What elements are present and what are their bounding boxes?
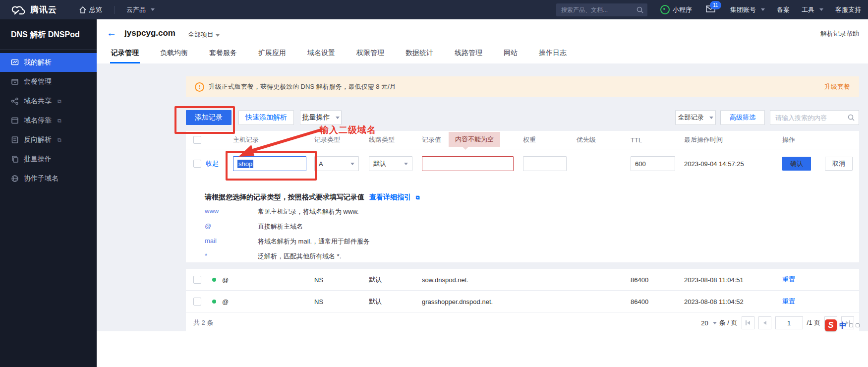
tab-permission-management[interactable]: 权限管理 <box>355 49 385 63</box>
line-value: 默认 <box>369 297 382 306</box>
chevron-down-icon <box>713 322 717 324</box>
host-value: @ <box>222 298 229 305</box>
tab-data-statistics[interactable]: 数据统计 <box>405 49 434 63</box>
global-search-input[interactable] <box>560 6 634 14</box>
brand-name: 腾讯云 <box>30 4 57 15</box>
tab-operation-log[interactable]: 操作日志 <box>538 49 568 63</box>
nav-messages[interactable]: 11 <box>706 5 715 14</box>
row-checkbox[interactable] <box>193 298 201 306</box>
divider <box>114 6 115 14</box>
sidebar: DNS 解析 DNSPod 我的解析 套餐管理 域名共享 ⧉ 域名停靠 ⧉ 反向… <box>0 19 97 367</box>
tab-plan-service[interactable]: 套餐服务 <box>208 49 238 63</box>
status-enabled-icon <box>212 278 216 282</box>
tencent-cloud-logo[interactable]: 腾讯云 <box>11 4 57 15</box>
sidebar-item-reverse-dns[interactable]: 反向解析 ⧉ <box>0 130 97 149</box>
sidebar-item-domain-parking[interactable]: 域名停靠 ⧉ <box>0 111 97 130</box>
nav-support[interactable]: 客服支持 <box>835 5 861 14</box>
tab-bar: 记录管理 负载均衡 套餐服务 扩展应用 域名设置 权限管理 数据统计 线路管理 … <box>110 49 568 63</box>
first-page-button[interactable] <box>742 316 754 329</box>
status-enabled-icon <box>212 300 216 304</box>
nav-miniprogram[interactable]: 小程序 <box>660 5 692 14</box>
time-value: 2023-08-08 11:04:51 <box>684 276 744 283</box>
nav-beian[interactable]: 备案 <box>777 5 790 14</box>
row-checkbox[interactable] <box>193 276 201 284</box>
help-desc: 将域名解析为 mail.，通常用于邮件服务 <box>258 237 370 246</box>
help-row-wildcard: * 泛解析，匹配其他所有域名 *. <box>205 252 859 261</box>
share-icon <box>11 97 19 105</box>
page-number-input[interactable] <box>775 316 803 329</box>
external-link-icon: ⧉ <box>58 98 61 105</box>
confirm-button[interactable]: 确认 <box>782 157 811 171</box>
sidebar-item-my-dns[interactable]: 我的解析 <box>0 53 97 72</box>
tab-extensions[interactable]: 扩展应用 <box>257 49 287 63</box>
sidebar-item-domain-sharing[interactable]: 域名共享 ⧉ <box>0 92 97 111</box>
cloud-icon <box>11 5 26 15</box>
search-icon[interactable] <box>637 6 643 13</box>
record-value-help: 请根据您选择的记录类型，按照格式要求填写记录值 查看详细指引 ⧉ www 常见主… <box>186 178 859 263</box>
col-priority: 优先级 <box>577 135 596 144</box>
detailed-guide-link[interactable]: 查看详细指引 <box>369 193 411 201</box>
last-modified-time: 2023-09-04 14:57:25 <box>684 160 744 168</box>
nav-group-account[interactable]: 集团账号 <box>730 5 765 14</box>
project-selector[interactable]: 全部项目 <box>188 30 220 39</box>
ime-toolbar: S 中 <box>825 319 860 331</box>
package-icon <box>11 78 19 86</box>
nav-cloud-products[interactable]: 云产品 <box>126 5 155 14</box>
prev-page-button[interactable] <box>758 316 771 329</box>
reset-link[interactable]: 重置 <box>782 297 795 306</box>
ime-tool-icon[interactable] <box>856 323 860 327</box>
line-type-select[interactable]: 默认 <box>369 156 412 171</box>
page-size-select[interactable]: 20 条 / 页 <box>701 318 737 327</box>
sidebar-item-collaborative-subdomain[interactable]: 协作子域名 <box>0 169 97 188</box>
chevron-down-icon <box>761 8 765 11</box>
record-value: grasshopper.dnspod.net. <box>422 298 493 305</box>
col-action: 操作 <box>782 135 795 144</box>
validation-tooltip: 内容不能为空 <box>449 132 500 147</box>
col-weight: 权重 <box>523 135 536 144</box>
chevron-down-icon <box>151 8 155 11</box>
ttl-input[interactable]: 600 <box>631 156 675 171</box>
host-value: @ <box>222 276 229 283</box>
record-search[interactable] <box>770 110 859 125</box>
select-all-checkbox[interactable] <box>193 136 201 144</box>
collapse-link[interactable]: 收起 <box>206 159 219 168</box>
type-value: NS <box>314 298 323 305</box>
reset-link[interactable]: 重置 <box>782 275 795 284</box>
record-value-input[interactable] <box>422 156 514 171</box>
col-time: 最后操作时间 <box>684 135 723 144</box>
tab-load-balancing[interactable]: 负载均衡 <box>159 49 189 63</box>
table-row: @ NS 默认 grasshopper.dnspod.net. 86400 20… <box>186 291 859 312</box>
upgrade-plan-link[interactable]: 升级套餐 <box>824 82 850 91</box>
col-value: 记录值 <box>422 135 441 144</box>
sogou-icon[interactable]: S <box>825 319 837 331</box>
banner-text: 升级正式版套餐，获得更极致的 DNS 解析服务，最低仅需 8 元/月 <box>209 82 396 91</box>
nav-overview[interactable]: 总览 <box>79 5 102 14</box>
ime-language-toggle[interactable]: 中 <box>839 321 847 330</box>
help-term: www <box>205 207 219 215</box>
back-button[interactable]: ← <box>107 27 116 39</box>
external-link-icon: ⧉ <box>416 194 420 200</box>
table-row: @ NS 默认 sow.dnspod.net. 86400 2023-08-08… <box>186 269 859 291</box>
help-term: @ <box>205 222 211 230</box>
nav-tools[interactable]: 工具 <box>802 5 823 14</box>
col-line: 线路类型 <box>369 135 395 144</box>
weight-input[interactable] <box>523 156 567 171</box>
ime-tool-icon[interactable] <box>849 323 853 327</box>
cancel-button[interactable]: 取消 <box>825 157 853 171</box>
tab-record-management[interactable]: 记录管理 <box>110 49 140 63</box>
sidebar-item-batch-operation[interactable]: 批量操作 <box>0 150 97 169</box>
record-filter-select[interactable]: 全部记录 <box>675 110 716 125</box>
global-search[interactable] <box>556 3 647 16</box>
help-desc: 直接解析主域名 <box>258 222 303 231</box>
record-help-link[interactable]: 解析记录帮助 <box>820 29 859 38</box>
tab-website[interactable]: 网站 <box>503 49 519 63</box>
row-checkbox[interactable] <box>193 160 201 168</box>
tab-domain-settings[interactable]: 域名设置 <box>306 49 336 63</box>
line-value: 默认 <box>369 275 382 284</box>
advanced-filter-button[interactable]: 高级筛选 <box>720 110 765 125</box>
tab-line-management[interactable]: 线路管理 <box>454 49 483 63</box>
top-navbar: 腾讯云 总览 云产品 小程序 11 集团账号 备案 工具 客服支持 <box>0 0 868 19</box>
sidebar-item-plan-management[interactable]: 套餐管理 <box>0 72 97 91</box>
record-search-input[interactable] <box>774 114 845 122</box>
search-icon[interactable] <box>848 114 855 121</box>
